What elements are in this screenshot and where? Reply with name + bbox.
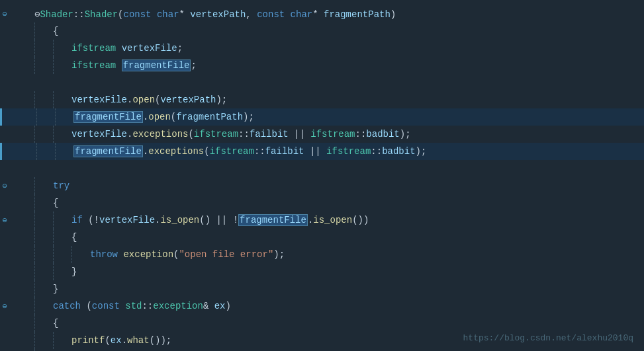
indent-guide	[34, 263, 53, 280]
code-line: {	[0, 22, 644, 40]
gutter: ⊖	[0, 301, 34, 311]
line-content: ifstream fragmentFile;	[71, 60, 197, 71]
indent-guide	[34, 126, 53, 143]
indent-guide	[34, 229, 53, 246]
indent-guide	[53, 40, 71, 57]
indent-guide	[34, 332, 53, 349]
code-line: vertexFile.open(vertexPath);	[0, 91, 644, 108]
indent-guide	[55, 143, 73, 160]
code-line: ⊖if (!vertexFile.is_open() || !fragmentF…	[0, 212, 644, 229]
line-content: try	[53, 180, 69, 191]
indent-guide	[53, 246, 71, 263]
indent-guides	[34, 194, 53, 212]
gutter: ⊖	[0, 9, 34, 19]
indent-guides	[34, 212, 71, 229]
code-editor: ⊖⊖Shader::Shader(const char* vertexPath,…	[0, 0, 644, 351]
code-line: fragmentFile.open(fragmentPath);	[0, 108, 644, 126]
indent-guides	[34, 229, 71, 246]
indent-guides	[34, 126, 71, 143]
indent-guide	[53, 91, 71, 108]
line-content: fragmentFile.open(fragmentPath);	[73, 112, 254, 122]
indent-guide	[53, 212, 71, 229]
indent-guide	[34, 194, 53, 212]
indent-guides	[34, 297, 53, 315]
line-content: catch (const std::exception& ex)	[53, 301, 231, 311]
line-content: fragmentFile.exceptions(ifstream::failbi…	[73, 146, 426, 157]
indent-guide	[34, 246, 53, 263]
indent-guide	[53, 332, 71, 349]
line-content: {	[71, 232, 77, 243]
indent-guides	[34, 332, 71, 349]
code-line: vertexFile.exceptions(ifstream::failbit …	[0, 126, 644, 143]
line-content: }	[53, 284, 58, 294]
line-content: {	[53, 318, 58, 329]
indent-guide	[34, 22, 53, 40]
indent-guides	[34, 315, 53, 332]
code-line: ⊖catch (const std::exception& ex)	[0, 297, 644, 315]
indent-guides	[36, 143, 73, 160]
code-line: {	[0, 229, 644, 246]
line-content: printf(ex.what());	[71, 335, 171, 346]
line-content: }	[71, 266, 77, 277]
code-line: ⊖⊖Shader::Shader(const char* vertexPath,…	[0, 5, 644, 22]
gutter: ⊖	[0, 181, 34, 191]
indent-guide	[34, 40, 53, 57]
indent-guide	[34, 177, 53, 194]
indent-guide	[34, 57, 53, 74]
watermark: https://blog.csdn.net/alexhu2010q	[463, 333, 633, 343]
line-content: throw exception("open file error");	[90, 249, 285, 260]
indent-guides	[34, 91, 71, 108]
line-content: {	[53, 198, 58, 208]
indent-guides	[36, 108, 73, 126]
indent-guide	[34, 212, 53, 229]
indent-guides	[34, 280, 53, 297]
code-line: fragmentFile.exceptions(ifstream::failbi…	[0, 143, 644, 160]
code-line	[0, 74, 644, 91]
code-line	[0, 160, 644, 177]
fold-icon[interactable]: ⊖	[0, 215, 9, 225]
line-content: {	[53, 26, 58, 36]
code-line: throw exception("open file error");	[0, 246, 644, 263]
indent-guide	[36, 108, 55, 126]
fold-icon[interactable]: ⊖	[0, 181, 9, 191]
code-line: ⊖try	[0, 177, 644, 194]
indent-guide	[71, 246, 90, 263]
indent-guides	[34, 246, 90, 263]
line-marker	[0, 108, 2, 126]
code-line: }	[0, 263, 644, 280]
indent-guide	[36, 143, 55, 160]
code-line: {	[0, 315, 644, 332]
indent-guide	[34, 315, 53, 332]
gutter: ⊖	[0, 215, 34, 225]
line-marker	[0, 143, 2, 160]
indent-guide	[34, 280, 53, 297]
line-content: vertexFile.exceptions(ifstream::failbit …	[71, 129, 411, 139]
indent-guides	[34, 22, 53, 40]
indent-guides	[34, 40, 71, 57]
indent-guides	[34, 57, 71, 74]
indent-guide	[34, 297, 53, 315]
code-line: {	[0, 194, 644, 212]
code-line: }	[0, 280, 644, 297]
line-content: ⊖Shader::Shader(const char* vertexPath, …	[34, 9, 396, 20]
indent-guide	[53, 57, 71, 74]
code-line: ifstream vertexFile;	[0, 40, 644, 57]
line-content: vertexFile.open(vertexPath);	[71, 95, 227, 105]
indent-guides	[34, 177, 53, 194]
line-content: ifstream vertexFile;	[71, 43, 183, 54]
code-line: ifstream fragmentFile;	[0, 57, 644, 74]
fold-icon[interactable]: ⊖	[0, 9, 9, 19]
indent-guide	[53, 263, 71, 280]
fold-icon[interactable]: ⊖	[0, 301, 9, 311]
indent-guide	[34, 91, 53, 108]
indent-guides	[34, 263, 71, 280]
indent-guide	[53, 126, 71, 143]
indent-guide	[53, 229, 71, 246]
line-content: if (!vertexFile.is_open() || !fragmentFi…	[71, 215, 369, 225]
indent-guide	[55, 108, 73, 126]
